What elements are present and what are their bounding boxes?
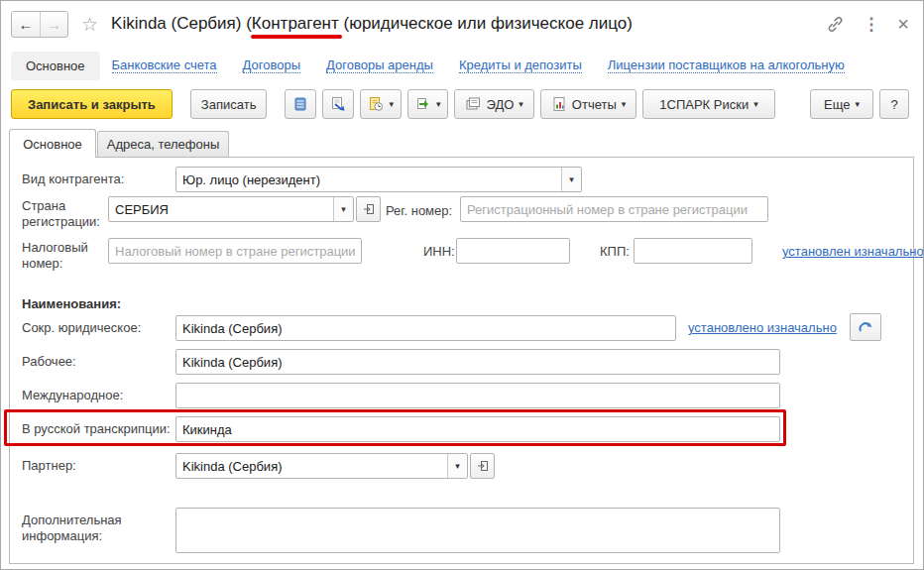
short-name-initial-link[interactable]: установлено изначально [688, 320, 837, 335]
reports-menu-button[interactable]: Отчеты ▾ [540, 89, 636, 119]
kind-dropdown-button[interactable]: ▾ [561, 168, 581, 191]
tab-main[interactable]: Основное [9, 129, 96, 158]
international-name-input[interactable] [175, 383, 780, 408]
get-link-button[interactable] [826, 15, 845, 34]
partner-combobox[interactable]: Kikinda (Сербия) ▾ [175, 453, 468, 479]
refill-name-button[interactable] [850, 313, 881, 341]
russian-transcription-label: В русской транскрипции: [22, 421, 171, 436]
nav-link-bank-accounts[interactable]: Банковские счета [112, 57, 217, 73]
page-title: Kikinda (Сербия) (Контрагент (юридическо… [111, 14, 633, 34]
nav-links: Банковские счета Договоры Договоры аренд… [112, 57, 845, 73]
chevron-down-icon: ▾ [519, 100, 523, 109]
taxnum-input[interactable] [108, 238, 362, 264]
report-chart-icon [551, 96, 567, 112]
header-actions: ⋮ × [826, 13, 909, 36]
kpp-input[interactable] [634, 238, 752, 264]
save-and-close-button[interactable]: Записать и закрыть [11, 89, 173, 119]
title-highlighted-word: Контрагент [252, 14, 339, 33]
chevron-down-icon: ▾ [622, 100, 627, 109]
title-pre: Kikinda (Сербия) ( [111, 14, 252, 33]
nav-link-contracts[interactable]: Договоры [243, 57, 300, 73]
kpp-label: КПП: [600, 244, 630, 259]
open-link-icon [477, 460, 489, 472]
history-icon [368, 96, 384, 112]
taxnum-label: Налоговый номер: [22, 240, 107, 272]
names-section-header: Наименования: [22, 296, 121, 311]
more-actions-button[interactable]: Еще ▾ [810, 89, 873, 119]
kind-combobox[interactable]: Юр. лицо (нерезидент) ▾ [175, 167, 582, 192]
chevron-down-icon: ▾ [569, 175, 574, 184]
partner-value: Kikinda (Сербия) [176, 454, 447, 478]
regnum-input[interactable] [460, 196, 768, 222]
partner-open-button[interactable] [470, 453, 495, 479]
register-icon [292, 96, 308, 112]
forward-button[interactable]: → [40, 12, 67, 37]
chevron-down-icon: ▾ [436, 100, 441, 109]
nav-link-credits-deposits[interactable]: Кредиты и депозиты [459, 57, 582, 73]
inn-label: ИНН: [423, 244, 455, 259]
forward-icon: → [47, 16, 61, 33]
kind-label: Вид контрагента: [22, 171, 124, 186]
partner-label: Партнер: [22, 458, 76, 473]
post-document-button[interactable] [322, 89, 354, 119]
related-links-bar: Основное Банковские счета Договоры Догов… [1, 47, 923, 84]
star-icon: ☆ [81, 14, 98, 35]
spark-button-label: 1СПАРК Риски [659, 97, 749, 112]
history-split-button[interactable]: ▾ [360, 89, 402, 119]
edo-button-label: ЭДО [486, 97, 514, 112]
title-post: (юридическое или физическое лицо) [339, 14, 633, 33]
history-nav-group: ← → [11, 11, 68, 38]
favorite-star-button[interactable]: ☆ [81, 13, 98, 36]
link-icon [826, 15, 845, 34]
toolbar: Записать и закрыть Записать ▾ ▾ ЭДО ▾ От… [1, 84, 923, 124]
spark-risks-menu-button[interactable]: 1СПАРК Риски ▾ [642, 89, 774, 119]
country-dropdown-button[interactable]: ▾ [333, 197, 353, 221]
kind-value: Юр. лицо (нерезидент) [176, 168, 561, 191]
form-panel: Вид контрагента: Юр. лицо (нерезидент) ▾… [9, 157, 914, 564]
country-value: СЕРБИЯ [109, 197, 333, 221]
help-icon: ? [890, 97, 897, 112]
save-button[interactable]: Записать [190, 89, 268, 119]
country-label: Страна регистрации: [22, 198, 107, 230]
nav-link-alcohol-licenses[interactable]: Лицензии поставщиков на алкогольную [608, 57, 845, 73]
additional-info-textarea[interactable] [175, 508, 780, 553]
chevron-down-icon: ▾ [855, 100, 860, 109]
close-icon: × [897, 13, 909, 36]
working-name-label: Рабочее: [22, 354, 76, 369]
tab-addresses-phones[interactable]: Адреса, телефоны [97, 131, 229, 157]
register-records-button[interactable] [285, 89, 316, 119]
reports-button-label: Отчеты [572, 97, 617, 112]
inn-initial-link[interactable]: установлен изначально [782, 244, 924, 259]
chevron-down-icon: ▾ [753, 100, 758, 109]
curved-arrow-icon [858, 320, 873, 334]
window-header: ← → ☆ Kikinda (Сербия) (Контрагент (юрид… [1, 1, 923, 47]
nav-link-lease-contracts[interactable]: Договоры аренды [326, 57, 433, 73]
document-arrow-icon [330, 96, 346, 112]
partner-dropdown-button[interactable]: ▾ [447, 454, 467, 478]
additional-info-label: Дополнительная информация: [22, 513, 139, 544]
chevron-down-icon: ▾ [341, 205, 346, 214]
more-menu-button[interactable]: ⋮ [863, 14, 879, 35]
country-open-button[interactable] [356, 196, 381, 222]
international-name-label: Международное: [22, 388, 123, 402]
open-link-icon [363, 203, 375, 215]
edo-menu-button[interactable]: ЭДО ▾ [454, 89, 533, 119]
working-name-input[interactable] [175, 349, 780, 375]
close-window-button[interactable]: × [897, 13, 909, 36]
chevron-down-icon: ▾ [455, 462, 460, 471]
edo-docs-icon [465, 96, 481, 112]
short-name-input[interactable] [175, 315, 676, 341]
russian-transcription-input[interactable] [175, 416, 780, 442]
back-icon: ← [19, 16, 34, 33]
exchange-icon [415, 96, 431, 112]
kebab-icon: ⋮ [863, 14, 879, 35]
inn-input[interactable] [456, 238, 570, 264]
more-button-label: Еще [824, 97, 850, 112]
nav-item-main-active[interactable]: Основное [11, 52, 100, 80]
country-combobox[interactable]: СЕРБИЯ ▾ [108, 196, 354, 222]
exchange-split-button[interactable]: ▾ [407, 89, 449, 119]
contractor-form-window: ← → ☆ Kikinda (Сербия) (Контрагент (юрид… [0, 0, 924, 570]
back-button[interactable]: ← [12, 12, 40, 37]
help-button[interactable]: ? [879, 89, 909, 119]
chevron-down-icon: ▾ [389, 100, 394, 109]
